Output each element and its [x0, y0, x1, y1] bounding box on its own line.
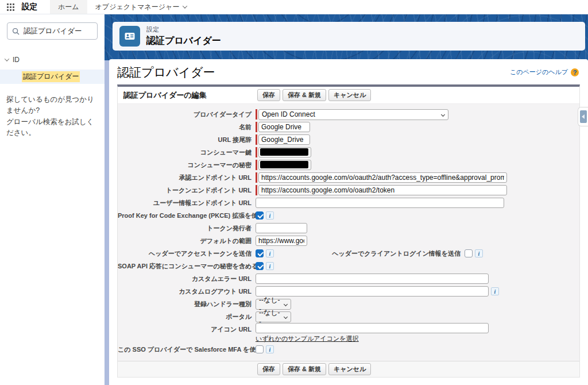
consumer-key-required-bar: [256, 147, 257, 157]
send-client-credentials-in-header-info-icon[interactable]: i: [475, 249, 483, 257]
name-field: [256, 122, 310, 132]
include-secret-in-soap-info-icon[interactable]: i: [266, 262, 274, 270]
consumer-key-label: コンシューマー鍵: [118, 148, 256, 157]
form-row-token-issuer: トークン発行者: [118, 222, 579, 234]
tab-object-manager-label: オブジェクトマネージャー: [95, 2, 180, 12]
include-secret-in-soap-checkbox[interactable]: [256, 262, 264, 270]
custom-logout-url-input[interactable]: [256, 286, 489, 297]
chevron-down-icon: [284, 314, 288, 318]
save-and-new-button[interactable]: 保存 & 新規: [283, 363, 326, 375]
collapse-panel-button: [580, 110, 587, 123]
sidebar-item-auth-providers[interactable]: 認証プロバイダー: [0, 70, 105, 84]
default-scopes-field: [256, 236, 307, 246]
app-launcher-icon[interactable]: [0, 0, 21, 14]
use-salesforce-mfa-info-icon[interactable]: i: [266, 345, 274, 353]
auth-provider-edit-form: 認証プロバイダーの編集 保存 保存 & 新規 キャンセル プロバイダータイプOp…: [117, 84, 580, 378]
token-issuer-input[interactable]: [256, 223, 307, 233]
userinfo-endpoint-url-input[interactable]: [256, 198, 504, 208]
custom-error-url-label: カスタムエラー URL: [118, 275, 256, 283]
form-row-pkce-extension: Proof Key for Code Exchange (PKCE) 拡張を使用…: [118, 209, 579, 222]
icon-url-input-wrap: [256, 323, 489, 333]
token-issuer-input-wrap: [256, 223, 307, 233]
icon-url-label: アイコン URL: [118, 323, 256, 334]
tab-object-manager[interactable]: オブジェクトマネージャー: [87, 0, 195, 14]
pkce-extension-info-icon[interactable]: i: [266, 211, 274, 220]
header-card-title: 認証プロバイダー: [146, 35, 221, 47]
provider-type-field: Open ID Connect: [256, 109, 448, 120]
token-endpoint-url-input-wrap: [258, 185, 507, 195]
send-access-token-in-header-checkbox[interactable]: [256, 249, 264, 257]
authorize-endpoint-url-input[interactable]: [258, 172, 507, 183]
portal-label: ポータル: [118, 313, 256, 321]
use-salesforce-mfa-label: この SSO プロバイダーで Salesforce MFA を使用: [118, 345, 256, 354]
custom-error-url-input[interactable]: [256, 274, 489, 284]
sidebar-section-id[interactable]: ID: [0, 53, 105, 66]
use-salesforce-mfa-field: i: [256, 345, 274, 353]
authorize-endpoint-url-required-bar: [256, 172, 257, 183]
help-for-page-link[interactable]: このページのヘルプ ?: [510, 68, 579, 76]
custom-error-url-field: [256, 274, 489, 284]
header-card-eyebrow: 設定: [146, 25, 221, 34]
consumer-secret-label: コンシューマーの秘密: [118, 161, 256, 170]
token-issuer-field: [256, 223, 307, 233]
portal-select[interactable]: --なし--: [256, 311, 291, 322]
arrow-left-icon: [582, 114, 585, 119]
icon-url-input[interactable]: [256, 323, 489, 333]
help-link-label: このページのヘルプ: [510, 68, 568, 76]
consumer-key-redacted-value: [260, 148, 308, 156]
authorize-endpoint-url-label: 承認エンドポイント URL: [118, 174, 256, 182]
cancel-button[interactable]: キャンセル: [328, 363, 371, 375]
send-client-credentials-in-header-checkbox[interactable]: [465, 249, 473, 257]
authorize-endpoint-url-field: [256, 172, 507, 183]
send-access-token-in-header-field: iヘッダーでクライアントログイン情報を送信i: [256, 249, 483, 258]
quick-find-input[interactable]: [24, 27, 90, 35]
use-salesforce-mfa-checkbox[interactable]: [256, 345, 264, 353]
send-access-token-in-header-label: ヘッダーでアクセストークンを送信: [118, 249, 256, 258]
form-row-token-endpoint-url: トークンエンドポイント URL: [118, 184, 579, 197]
form-row-include-secret-in-soap: SOAP API 応答にコンシューマーの秘密を含めるi: [118, 260, 579, 272]
tab-home[interactable]: ホーム: [50, 0, 87, 14]
sidebar-hint-line2: グローバル検索をお試しください。: [6, 117, 98, 139]
url-suffix-input[interactable]: [258, 134, 310, 145]
name-label: 名前: [118, 123, 256, 132]
custom-logout-url-label: カスタムログアウト URL: [118, 287, 256, 296]
userinfo-endpoint-url-label: ユーザー情報エンドポイント URL: [118, 199, 256, 207]
default-scopes-input[interactable]: [256, 236, 307, 246]
form-row-icon-url: アイコン URLいずれかのサンプルアイコンを選択: [118, 323, 579, 343]
chevron-down-icon: [5, 56, 9, 61]
name-required-bar: [256, 122, 257, 132]
form-row-userinfo-endpoint-url: ユーザー情報エンドポイント URL: [118, 197, 579, 209]
include-secret-in-soap-field: i: [256, 262, 274, 270]
form-row-url-suffix: URL 接尾辞: [118, 133, 579, 146]
help-question-icon: ?: [571, 68, 579, 76]
form-row-use-salesforce-mfa: この SSO プロバイダーで Salesforce MFA を使用i: [118, 343, 579, 356]
form-row-custom-logout-url: カスタムログアウト URLi: [118, 285, 579, 298]
token-issuer-label: トークン発行者: [118, 224, 256, 233]
send-access-token-in-header-info-icon[interactable]: i: [266, 249, 274, 257]
page-title: 認証プロバイダー: [117, 64, 215, 80]
sidebar-search-box[interactable]: [7, 22, 98, 40]
save-and-new-button[interactable]: 保存 & 新規: [283, 89, 326, 101]
pkce-extension-checkbox[interactable]: [256, 211, 264, 220]
setup-workspace: ID 認証プロバイダー 探しているものが見つかりませんか? グローバル検索をお試…: [0, 14, 588, 385]
name-input[interactable]: [258, 122, 310, 132]
send-client-credentials-in-header-label: ヘッダーでクライアントログイン情報を送信: [327, 249, 465, 258]
cancel-button[interactable]: キャンセル: [328, 89, 371, 101]
collapse-panel-handle[interactable]: [578, 107, 588, 126]
pkce-extension-label: Proof Key for Code Exchange (PKCE) 拡張を使用: [118, 211, 256, 220]
custom-logout-url-info-icon[interactable]: i: [491, 287, 499, 295]
include-secret-in-soap-label: SOAP API 応答にコンシューマーの秘密を含める: [118, 262, 256, 271]
sample-icon-link[interactable]: いずれかのサンプルアイコンを選択: [256, 334, 359, 343]
portal-field: --なし--: [256, 311, 291, 322]
consumer-key-input-wrap: [258, 147, 311, 157]
chevron-down-icon: [284, 302, 288, 306]
form-row-name: 名前: [118, 121, 579, 133]
icon-url-field: いずれかのサンプルアイコンを選択: [256, 323, 489, 343]
save-button[interactable]: 保存: [257, 363, 280, 375]
authorize-endpoint-url-input-wrap: [258, 172, 507, 183]
form-header-buttons: 保存 保存 & 新規 キャンセル: [257, 87, 371, 103]
form-row-send-access-token-in-header: ヘッダーでアクセストークンを送信iヘッダーでクライアントログイン情報を送信i: [118, 247, 579, 260]
save-button[interactable]: 保存: [257, 89, 280, 101]
token-endpoint-url-input[interactable]: [258, 185, 507, 195]
provider-type-select[interactable]: Open ID Connect: [258, 109, 448, 120]
